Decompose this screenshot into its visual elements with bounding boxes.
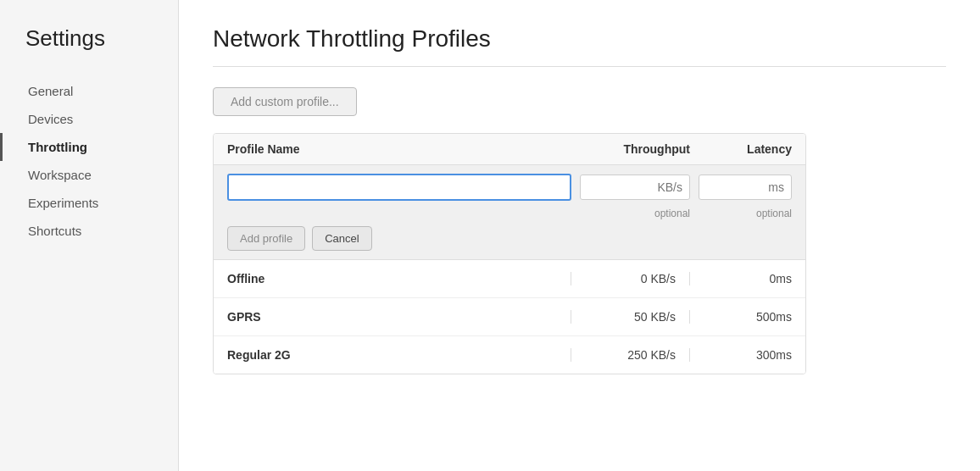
main-content: Network Throttling Profiles Add custom p…	[178, 0, 980, 471]
sidebar-item-general[interactable]: General	[0, 77, 178, 105]
row-latency: 0ms	[690, 272, 792, 285]
page-title: Network Throttling Profiles	[213, 25, 946, 53]
table-row: GPRS 50 KB/s 500ms	[214, 298, 805, 336]
sidebar-item-label: Throttling	[28, 140, 87, 154]
sidebar-item-workspace[interactable]: Workspace	[0, 161, 178, 189]
profile-name-input[interactable]	[227, 174, 571, 201]
optional-labels: optional optional	[227, 208, 792, 219]
throughput-optional-label: optional	[580, 208, 690, 219]
sidebar-item-label: General	[28, 84, 73, 98]
row-name: GPRS	[227, 310, 571, 324]
sidebar-item-shortcuts[interactable]: Shortcuts	[0, 217, 178, 245]
row-name: Regular 2G	[227, 348, 571, 362]
sidebar-item-throttling[interactable]: Throttling	[0, 133, 178, 161]
col-header-name: Profile Name	[227, 142, 571, 156]
table-row: Offline 0 KB/s 0ms	[214, 260, 805, 298]
add-custom-profile-button[interactable]: Add custom profile...	[213, 87, 357, 116]
profiles-table: Profile Name Throughput Latency optional…	[213, 133, 806, 374]
row-name: Offline	[227, 272, 571, 285]
add-profile-inputs	[227, 174, 792, 201]
row-throughput: 0 KB/s	[571, 272, 690, 285]
table-header: Profile Name Throughput Latency	[214, 134, 805, 165]
row-latency: 300ms	[690, 348, 792, 362]
table-row: Regular 2G 250 KB/s 300ms	[214, 336, 805, 374]
add-profile-button[interactable]: Add profile	[227, 226, 305, 251]
action-buttons: Add profile Cancel	[227, 226, 792, 251]
sidebar-item-label: Shortcuts	[28, 224, 81, 238]
row-latency: 500ms	[690, 310, 792, 324]
sidebar-item-devices[interactable]: Devices	[0, 105, 178, 133]
throughput-input[interactable]	[580, 175, 690, 200]
cancel-button[interactable]: Cancel	[312, 226, 371, 251]
sidebar-item-label: Experiments	[28, 196, 98, 210]
sidebar-item-experiments[interactable]: Experiments	[0, 189, 178, 217]
row-throughput: 50 KB/s	[571, 310, 690, 324]
sidebar-title: Settings	[0, 25, 178, 77]
sidebar-item-label: Devices	[28, 112, 73, 126]
latency-input[interactable]	[699, 175, 792, 200]
sidebar-item-label: Workspace	[28, 168, 92, 182]
add-profile-input-row: optional optional Add profile Cancel	[214, 165, 805, 260]
col-header-throughput: Throughput	[571, 142, 690, 156]
divider	[213, 66, 946, 67]
sidebar: Settings General Devices Throttling Work…	[0, 0, 178, 471]
row-throughput: 250 KB/s	[571, 348, 690, 362]
col-header-latency: Latency	[690, 142, 792, 156]
latency-optional-label: optional	[699, 208, 792, 219]
